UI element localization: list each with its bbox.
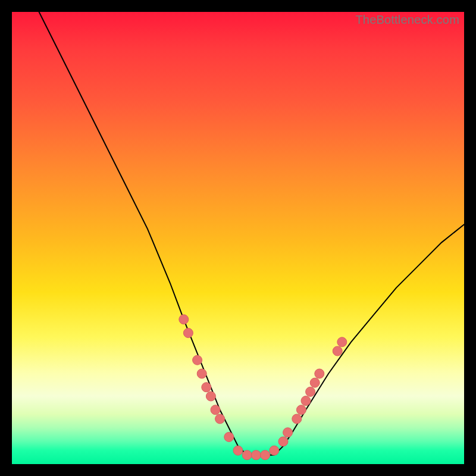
data-marker [215,414,225,424]
data-marker [251,450,261,460]
markers-group [179,315,347,460]
data-marker [193,355,202,365]
data-marker [179,315,189,324]
data-marker [333,346,342,356]
data-marker [315,369,324,378]
chart-frame: TheBottleneck.com [0,0,476,476]
data-marker [202,383,211,392]
data-marker [233,446,243,455]
data-marker [211,405,220,415]
data-marker [292,414,302,424]
plot-area: TheBottleneck.com [12,12,464,464]
data-marker [270,446,279,455]
data-marker [306,387,315,396]
data-marker [224,432,234,441]
bottleneck-curve [39,12,464,455]
curve-svg [12,12,464,464]
data-marker [283,428,293,437]
data-marker [296,405,306,415]
data-marker [206,392,215,401]
data-marker [337,337,347,347]
data-marker [197,369,206,378]
data-marker [310,378,320,387]
data-marker [183,328,193,338]
data-marker [301,396,311,406]
data-marker [261,450,270,460]
data-marker [242,450,252,460]
data-marker [278,437,288,446]
